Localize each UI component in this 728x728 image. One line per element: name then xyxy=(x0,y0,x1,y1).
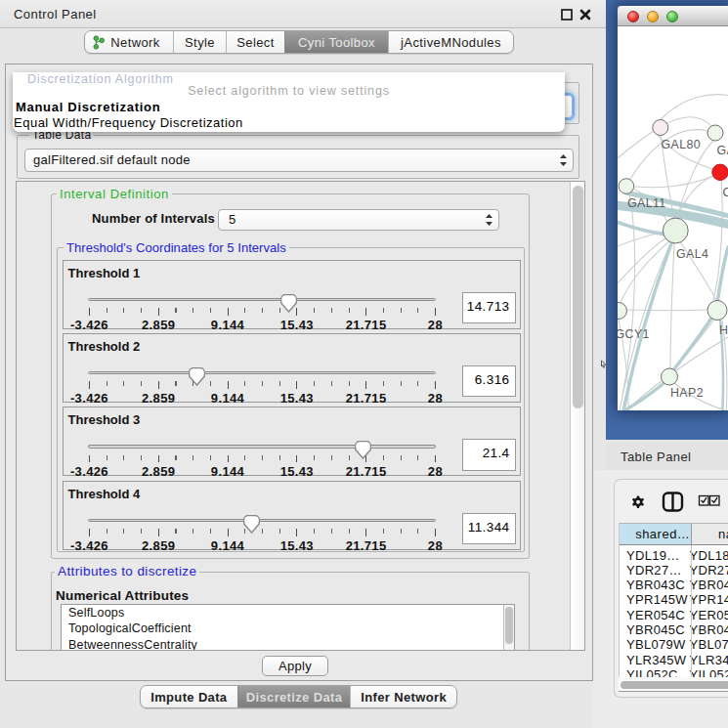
svg-text:GAL80: GAL80 xyxy=(662,138,702,151)
svg-text:GAL4: GAL4 xyxy=(676,247,708,261)
svg-text:H: H xyxy=(719,323,728,337)
svg-text:C: C xyxy=(723,186,728,199)
svg-text:HAP2: HAP2 xyxy=(670,386,704,400)
svg-text:GAL11: GAL11 xyxy=(627,196,666,210)
svg-text:GA: GA xyxy=(717,144,728,157)
svg-text:GCY1: GCY1 xyxy=(618,327,650,341)
